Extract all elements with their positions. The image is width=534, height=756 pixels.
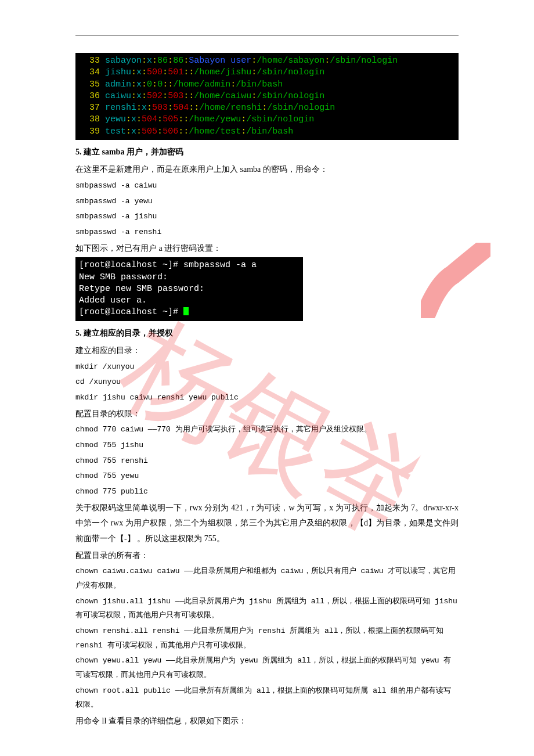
p: 配置目录的所有者：: [75, 548, 459, 564]
cmd: smbpasswd -a jishu: [75, 210, 459, 224]
explain: 关于权限码这里简单说明一下，rwx 分别为 421，r 为可读，w 为可写，x …: [75, 501, 459, 547]
cmd: chown jishu.all jishu ——此目录所属用户为 jishu 所…: [75, 595, 459, 623]
cmd: mkdir /xunyou: [75, 360, 459, 375]
section1-note: 如下图示，对已有用户 a 进行密码设置：: [75, 241, 459, 257]
cmd: chmod 755 renshi: [75, 454, 459, 469]
terminal-passwd: 33 sabayon:x:86:86:Sabayon user:/home/sa…: [75, 53, 459, 140]
cmd: chmod 775 public: [75, 485, 459, 499]
cmd: smbpasswd -a renshi: [75, 225, 459, 240]
cmd: mkdir jishu caiwu renshi yewu public: [75, 391, 459, 405]
p: 建立相应的目录：: [75, 343, 459, 359]
cmd: chown yewu.all yewu ——此目录所属用户为 yewu 所属组为…: [75, 654, 459, 682]
cmd: smbpasswd -a caiwu: [75, 179, 459, 193]
section-title-2: 5. 建立相应的目录，并授权: [75, 326, 459, 341]
terminal-smbpasswd: [root@localhost ~]# smbpasswd -a a New S…: [75, 257, 303, 321]
section1-intro: 在这里不是新建用户，而是在原来用户上加入 samba 的密码，用命令：: [75, 162, 459, 178]
cmd: chmod 755 yewu: [75, 469, 459, 484]
p: 配置目录的权限：: [75, 406, 459, 422]
section-title-1: 5. 建立 samba 用户，并加密码: [75, 145, 459, 160]
cmd: chown root.all public ——此目录所有所属组为 all，根据…: [75, 684, 459, 712]
cmd: chmod 770 caiwu ——770 为用户可读写执行，组可读写执行，其它…: [75, 423, 459, 437]
p: 用命令 ll 查看目录的详细信息，权限如下图示：: [75, 714, 459, 729]
page-rule: [75, 35, 459, 35]
cmd: chown caiwu.caiwu caiwu ——此目录所属用户和组都为 ca…: [75, 564, 459, 593]
cmd: smbpasswd -a yewu: [75, 195, 459, 209]
cmd: chmod 755 jishu: [75, 438, 459, 453]
cmd: chown renshi.all renshi ——此目录所属用户为 rensh…: [75, 624, 459, 653]
cmd: cd /xunyou: [75, 375, 459, 390]
cursor-icon: [183, 307, 189, 315]
